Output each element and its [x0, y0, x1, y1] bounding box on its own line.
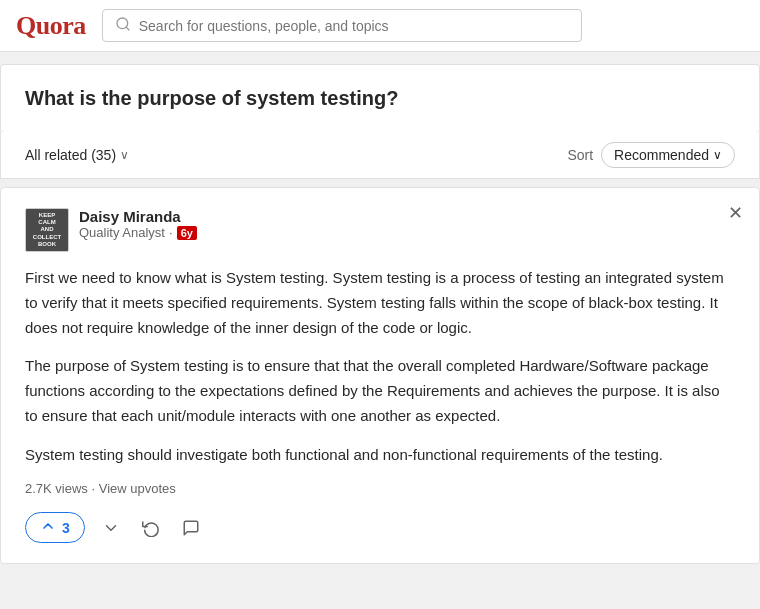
all-related-dropdown[interactable]: All related (35) ∨: [25, 147, 129, 163]
upvote-arrow-icon: [40, 518, 56, 537]
svg-line-1: [126, 27, 129, 30]
main-content: What is the purpose of system testing? A…: [0, 52, 760, 576]
avatar: KEEPCALMANDCOLLECTBOOK: [25, 208, 69, 252]
search-bar[interactable]: [102, 9, 582, 42]
search-input[interactable]: [139, 18, 569, 34]
answer-card: ✕ KEEPCALMANDCOLLECTBOOK Daisy Miranda Q…: [0, 187, 760, 564]
search-icon: [115, 16, 131, 35]
author-name: Daisy Miranda: [79, 208, 197, 225]
views-line: 2.7K views · View upvotes: [25, 481, 735, 496]
answer-paragraph-1: First we need to know what is System tes…: [25, 266, 735, 340]
upvote-button[interactable]: 3: [25, 512, 85, 543]
answers-toolbar: All related (35) ∨ Sort Recommended ∨: [0, 132, 760, 179]
comment-button[interactable]: [177, 514, 205, 542]
recommended-chevron-icon: ∨: [713, 148, 722, 162]
views-separator: ·: [92, 481, 99, 496]
recommended-label: Recommended: [614, 147, 709, 163]
answer-author: KEEPCALMANDCOLLECTBOOK Daisy Miranda Qua…: [25, 208, 735, 252]
quora-logo: Quora: [16, 11, 86, 41]
avatar-image: KEEPCALMANDCOLLECTBOOK: [33, 212, 61, 248]
author-info: Daisy Miranda Quality Analyst · 6y: [79, 208, 197, 240]
sort-area: Sort Recommended ∨: [567, 142, 735, 168]
author-role-label: Quality Analyst: [79, 225, 165, 240]
author-role: Quality Analyst · 6y: [79, 225, 197, 240]
all-related-label: All related (35): [25, 147, 116, 163]
answer-paragraph-2: The purpose of System testing is to ensu…: [25, 354, 735, 428]
views-count: 2.7K views: [25, 481, 88, 496]
question-title: What is the purpose of system testing?: [25, 85, 735, 112]
age-badge: 6y: [177, 226, 197, 240]
answer-text: First we need to know what is System tes…: [25, 266, 735, 467]
sort-label: Sort: [567, 147, 593, 163]
chevron-down-icon: ∨: [120, 148, 129, 162]
recommended-button[interactable]: Recommended ∨: [601, 142, 735, 168]
header: Quora: [0, 0, 760, 52]
action-bar: 3: [25, 506, 735, 543]
downvote-button[interactable]: [97, 514, 125, 542]
answer-paragraph-3: System testing should investigate both f…: [25, 443, 735, 468]
upvote-count: 3: [62, 520, 70, 536]
question-card: What is the purpose of system testing?: [0, 64, 760, 133]
view-upvotes-link[interactable]: View upvotes: [99, 481, 176, 496]
share-button[interactable]: [137, 514, 165, 542]
close-button[interactable]: ✕: [728, 204, 743, 222]
